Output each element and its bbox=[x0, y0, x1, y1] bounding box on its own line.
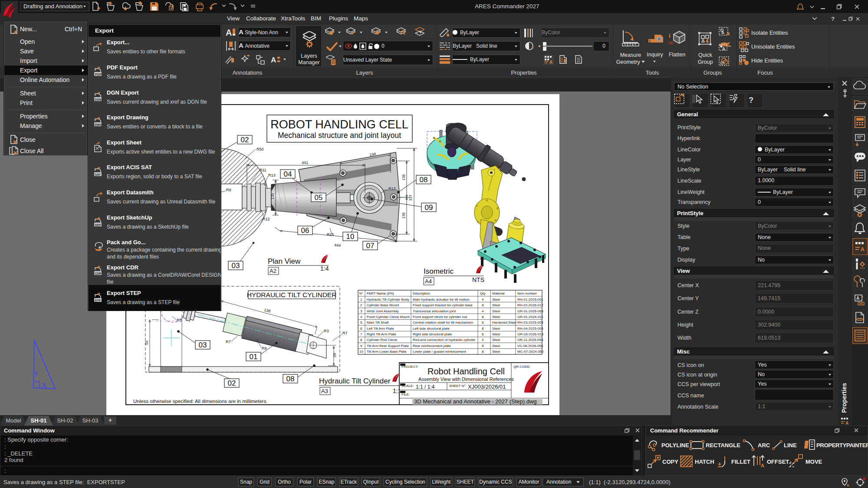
svg-text:R13: R13 bbox=[388, 187, 396, 191]
svg-text:HYDRAULIC TILT CYLINDER: HYDRAULIC TILT CYLINDER bbox=[247, 291, 337, 298]
svg-text:Hydraulic Tilt Cylinder: Hydraulic Tilt Cylinder bbox=[319, 377, 391, 385]
svg-text:R3: R3 bbox=[324, 329, 329, 333]
svg-text:01: 01 bbox=[250, 353, 258, 361]
svg-text:07: 07 bbox=[366, 242, 375, 250]
svg-text:Cylinder Rod Clevis: Cylinder Rod Clevis bbox=[367, 338, 397, 342]
svg-text:4: 4 bbox=[482, 298, 484, 301]
svg-text:136: 136 bbox=[401, 174, 406, 180]
svg-text:08: 08 bbox=[286, 375, 295, 383]
svg-text:Steel: Steel bbox=[492, 298, 500, 301]
svg-text:02: 02 bbox=[241, 136, 249, 144]
svg-text:8: 8 bbox=[482, 321, 484, 324]
svg-text:8: 8 bbox=[360, 338, 362, 342]
svg-text:7: 7 bbox=[360, 332, 362, 336]
svg-text:FILE:: FILE: bbox=[401, 393, 410, 396]
svg-text:Front Cylinder Clevis Mount: Front Cylinder Clevis Mount bbox=[367, 315, 410, 319]
svg-text:Right Tilt Arm Plate: Right Tilt Arm Plate bbox=[367, 332, 397, 336]
svg-text:02: 02 bbox=[228, 379, 236, 387]
svg-text:A3: A3 bbox=[321, 388, 328, 394]
svg-text:03: 03 bbox=[199, 341, 207, 349]
svg-text:Material: Material bbox=[492, 291, 505, 295]
svg-text:08: 08 bbox=[420, 176, 428, 184]
svg-text:8: 8 bbox=[482, 350, 484, 354]
svg-text:Main hydraulic actuator for ti: Main hydraulic actuator for tilt motion bbox=[413, 298, 470, 301]
svg-text:Steel: Steel bbox=[492, 315, 500, 319]
svg-text:?: ? bbox=[831, 16, 835, 22]
svg-text:VC-06-2026-050: VC-06-2026-050 bbox=[517, 344, 543, 348]
svg-text:Steel: Steel bbox=[492, 338, 500, 342]
svg-text:1:1 / 1:4: 1:1 / 1:4 bbox=[416, 384, 435, 390]
svg-text:8: 8 bbox=[482, 315, 484, 319]
svg-text:N°: N° bbox=[359, 291, 363, 295]
svg-text:SAT: SAT bbox=[95, 173, 101, 176]
svg-text:R11: R11 bbox=[260, 168, 266, 172]
svg-text:Left Tilt Arm Plate: Left Tilt Arm Plate bbox=[367, 327, 394, 331]
svg-text:Description: Description bbox=[413, 291, 430, 295]
svg-text:DGN: DGN bbox=[95, 98, 102, 101]
svg-text:Cylinder Base Mount: Cylinder Base Mount bbox=[367, 303, 399, 307]
svg-text:Main Tilt Shaft: Main Tilt Shaft bbox=[367, 321, 389, 324]
svg-text:Y: Y bbox=[34, 370, 39, 378]
svg-text:A: A bbox=[845, 421, 848, 426]
svg-text:Front support clevis for cylin: Front support clevis for cylinder rod bbox=[413, 315, 467, 319]
svg-text:RH-04-2025-005: RH-04-2025-005 bbox=[517, 327, 543, 331]
svg-text:X: X bbox=[42, 382, 46, 389]
svg-text:Steel: Steel bbox=[492, 303, 500, 307]
svg-text:3: 3 bbox=[360, 309, 362, 313]
svg-text:MC-07-2024-050: MC-07-2024-050 bbox=[517, 350, 544, 354]
svg-text:Transversal articulation joint: Transversal articulation joint bbox=[413, 309, 456, 313]
svg-text:Unless otherwise specified: Al: Unless otherwise specified: All dimensio… bbox=[133, 399, 267, 404]
svg-text:Tilt Arm Rear Support Plate: Tilt Arm Rear Support Plate bbox=[367, 344, 409, 348]
svg-text:2: 2 bbox=[360, 303, 362, 307]
svg-text:444: 444 bbox=[334, 243, 341, 248]
svg-text:SCALE:: SCALE: bbox=[401, 384, 414, 388]
svg-text:Qty: Qty bbox=[480, 291, 485, 295]
svg-text:55: 55 bbox=[145, 341, 149, 345]
svg-text:06: 06 bbox=[301, 226, 309, 235]
svg-text:3D Mechanical and Annotative -: 3D Mechanical and Annotative - 2027 (Ste… bbox=[414, 398, 537, 405]
svg-text:09: 09 bbox=[425, 203, 433, 212]
svg-text:136: 136 bbox=[264, 308, 271, 313]
svg-text:4: 4 bbox=[360, 315, 362, 319]
svg-text:GR-11-2026-054: GR-11-2026-054 bbox=[517, 338, 543, 342]
svg-text:10: 10 bbox=[359, 350, 363, 354]
svg-text:Wrist Joint Assembly: Wrist Joint Assembly bbox=[367, 309, 399, 313]
svg-text:05: 05 bbox=[315, 193, 323, 202]
svg-text:R50: R50 bbox=[256, 147, 264, 151]
svg-text:2D: 2D bbox=[668, 41, 674, 45]
svg-text:Steel: Steel bbox=[492, 327, 500, 331]
svg-text:Tilt Arm Lower Base Plate: Tilt Arm Lower Base Plate bbox=[367, 350, 407, 354]
svg-text:04: 04 bbox=[284, 170, 292, 178]
svg-text:Central rotation shaft for til: Central rotation shaft for tilt mechanis… bbox=[413, 321, 473, 324]
svg-text:8: 8 bbox=[482, 344, 484, 348]
svg-text:CDR: CDR bbox=[95, 272, 101, 275]
svg-text:Right side structural plate: Right side structural plate bbox=[413, 332, 452, 336]
svg-text:Steel: Steel bbox=[492, 309, 500, 313]
svg-text:A2: A2 bbox=[270, 268, 276, 274]
svg-text:1: 1 bbox=[360, 298, 362, 301]
svg-text:Steel: Steel bbox=[492, 350, 500, 354]
svg-text:Hydraulic Tilt Cylinder Body: Hydraulic Tilt Cylinder Body bbox=[367, 298, 409, 301]
svg-text:SKP: SKP bbox=[95, 223, 102, 226]
svg-text:PDF: PDF bbox=[95, 72, 102, 76]
svg-text:ROBOT HANDLING CELL: ROBOT HANDLING CELL bbox=[270, 118, 408, 131]
svg-text:Item number: Item number bbox=[517, 291, 537, 295]
svg-text:20: 20 bbox=[332, 353, 337, 357]
svg-text:RH-03-2025-003: RH-03-2025-003 bbox=[517, 321, 543, 324]
svg-text:A4: A4 bbox=[425, 278, 432, 285]
svg-text:Steel: Steel bbox=[492, 344, 500, 348]
svg-text:R9: R9 bbox=[262, 346, 267, 350]
svg-text:Rod-end connection of hydrauli: Rod-end connection of hydraulic cylinder bbox=[413, 338, 476, 342]
svg-text:Rear reinforcement plate: Rear reinforcement plate bbox=[413, 344, 451, 348]
svg-text:Robot Handling Cell: Robot Handling Cell bbox=[427, 367, 505, 376]
svg-text:STP: STP bbox=[95, 299, 101, 302]
svg-text:5: 5 bbox=[360, 321, 362, 324]
svg-text:Assembly View with Dimensional: Assembly View with Dimensional Reference… bbox=[418, 377, 514, 382]
svg-text:A: A bbox=[761, 463, 764, 468]
svg-text:135: 135 bbox=[270, 193, 275, 200]
svg-text:337: 337 bbox=[408, 195, 413, 201]
svg-text:9: 9 bbox=[360, 344, 362, 348]
svg-text:RH-02-2026-012: RH-02-2026-012 bbox=[517, 303, 543, 307]
svg-text:Isometric: Isometric bbox=[424, 267, 454, 275]
svg-text:8: 8 bbox=[482, 327, 484, 331]
